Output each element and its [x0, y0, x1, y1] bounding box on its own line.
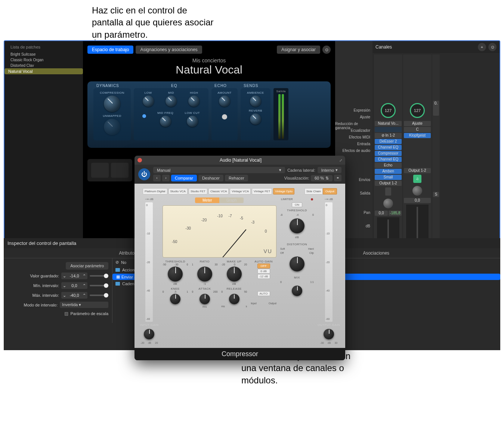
eq-high-knob[interactable]: [188, 96, 200, 107]
expression-dial[interactable]: 127: [381, 103, 396, 118]
channels-menu-icon[interactable]: ⊙: [488, 43, 497, 51]
patch-item[interactable]: Bright Suitcase: [4, 52, 83, 57]
link-icon[interactable]: ⚭: [334, 175, 341, 181]
makeup-knob[interactable]: [227, 267, 242, 281]
patch-list-title: Lista de patches: [4, 45, 83, 52]
preset-tab[interactable]: Platinum Digital: [143, 188, 167, 194]
tab-workspace[interactable]: Espacio de trabajo: [87, 46, 133, 54]
compare-button[interactable]: Comparar: [171, 175, 197, 181]
power-button[interactable]: ⏻: [138, 168, 150, 180]
scale-param-button[interactable]: Parámetro de escala: [71, 311, 109, 316]
output-gain-knob[interactable]: [324, 329, 334, 339]
preset-tab-active[interactable]: Vintage Opto: [273, 188, 294, 194]
autogain-off-button[interactable]: OFF: [257, 264, 270, 268]
eq-midfreq-knob[interactable]: [160, 116, 171, 127]
add-channel-button[interactable]: +: [478, 43, 486, 51]
min-stepper[interactable]: ⌄0,0⌃: [61, 282, 87, 289]
plugin-window: Audio [Natural Vocal] ⤢ ⏻ Manual▾ Cadena…: [134, 156, 345, 360]
preset-tab[interactable]: Studio VCA: [168, 188, 188, 194]
limiter-threshold-knob[interactable]: [290, 218, 304, 233]
expand-icon[interactable]: ⤢: [339, 158, 342, 162]
max-slider[interactable]: [90, 295, 108, 296]
prev-button[interactable]: ‹: [153, 175, 161, 181]
vu-meter: -50 -30 -20 -10 -7 -5 -3 0 VU: [163, 205, 276, 258]
next-button[interactable]: ›: [162, 175, 170, 181]
distortion-knob[interactable]: [290, 256, 304, 271]
compression-knob[interactable]: [104, 96, 120, 112]
limiter-on-button[interactable]: ON: [292, 202, 302, 207]
output-tab[interactable]: Output: [323, 188, 337, 194]
ratio-knob[interactable]: [197, 267, 212, 281]
callout-top: Haz clic en el control de pantalla al qu…: [92, 4, 215, 41]
redo-button[interactable]: Rehacer: [225, 175, 248, 181]
eq-mid-knob[interactable]: [166, 96, 177, 107]
saved-slider[interactable]: [90, 275, 108, 277]
slide-a[interactable]: [91, 163, 109, 178]
threshold-knob[interactable]: [168, 267, 183, 281]
plugin-title: Audio [Natural Vocal]: [145, 158, 336, 163]
release-knob[interactable]: [229, 294, 239, 304]
control-rack: DYNAMICS COMPRESSION UNMAPPED EQ LOW MID…: [87, 81, 331, 148]
mic-icon: [385, 187, 391, 196]
preset-tab[interactable]: Studio FET: [189, 188, 207, 194]
eq-thumb[interactable]: [375, 127, 402, 132]
eq-lowcut-knob[interactable]: [187, 116, 198, 127]
range-mode-select[interactable]: Invertida ▾: [60, 302, 108, 308]
zoom-select[interactable]: 60 % ⇅: [311, 175, 333, 181]
slide-b[interactable]: [111, 163, 129, 178]
output-meter: 0-10-20-40-60: [325, 202, 333, 322]
tab-assignments[interactable]: Asignaciones y asociaciones: [136, 46, 202, 54]
gear-icon[interactable]: ⊙: [322, 46, 331, 54]
undo-button[interactable]: Deshacer: [198, 175, 223, 181]
music-icon: ♫: [413, 175, 421, 183]
transport-unit: [87, 159, 132, 181]
autogain-12db-button[interactable]: -12 dB: [257, 274, 270, 279]
sidechain-tab[interactable]: Side Chain: [304, 188, 323, 194]
preset-tab[interactable]: Vintage FET: [252, 188, 272, 194]
plugin-name: Compressor: [134, 348, 345, 360]
preset-tabs: Platinum Digital Studio VCA Studio FET C…: [140, 188, 340, 194]
preset-menu[interactable]: Manual▾: [153, 167, 285, 173]
close-icon[interactable]: [137, 158, 142, 162]
max-stepper[interactable]: ⌄-40,0⌃: [61, 292, 87, 299]
autogain-0db-button[interactable]: 0 dB: [257, 269, 270, 274]
echo-toggle[interactable]: [222, 114, 227, 119]
saved-value-stepper[interactable]: ⌄-14,0⌃: [61, 273, 87, 279]
eq-low-knob[interactable]: [143, 96, 154, 107]
map-parameter-button[interactable]: Asociar parámetro: [66, 262, 108, 270]
output-meter: Salida: [273, 88, 288, 140]
echo-amount-knob[interactable]: [219, 96, 230, 107]
unmapped-knob[interactable]: [104, 119, 120, 135]
patch-item[interactable]: Classic Rock Organ: [4, 57, 83, 63]
knee-knob[interactable]: [170, 294, 180, 304]
channels-title: Canales: [375, 44, 476, 50]
sends-reverb-knob[interactable]: [250, 113, 261, 125]
preset-tab[interactable]: Vintage VCA: [230, 188, 251, 194]
assign-link-button[interactable]: Asignar y asociar: [277, 46, 320, 54]
sidechain-select[interactable]: Interno ▾: [318, 167, 341, 173]
min-slider[interactable]: [90, 285, 108, 286]
meter-graph-toggle[interactable]: Meter Graph: [195, 197, 244, 203]
patch-item-selected[interactable]: Natural Vocal: [4, 68, 83, 74]
patch-name: Natural Vocal: [87, 63, 331, 76]
input-meter: 0-10-20-40-60: [145, 202, 153, 322]
patch-item[interactable]: Distorted Clav: [4, 63, 83, 68]
pan-knob[interactable]: [412, 186, 422, 196]
attack-knob[interactable]: [200, 294, 210, 304]
concert-name: Mis conciertos: [87, 57, 331, 63]
pan-knob[interactable]: [383, 199, 393, 208]
input-gain-knob[interactable]: [144, 329, 154, 339]
mix-knob[interactable]: [292, 286, 302, 296]
release-auto-button[interactable]: AUTO: [257, 291, 270, 296]
preset-tab[interactable]: Classic VCA: [208, 188, 229, 194]
sends-ambience-knob[interactable]: [250, 96, 261, 107]
eq-led[interactable]: [142, 114, 146, 118]
limiter-led: [311, 198, 313, 200]
